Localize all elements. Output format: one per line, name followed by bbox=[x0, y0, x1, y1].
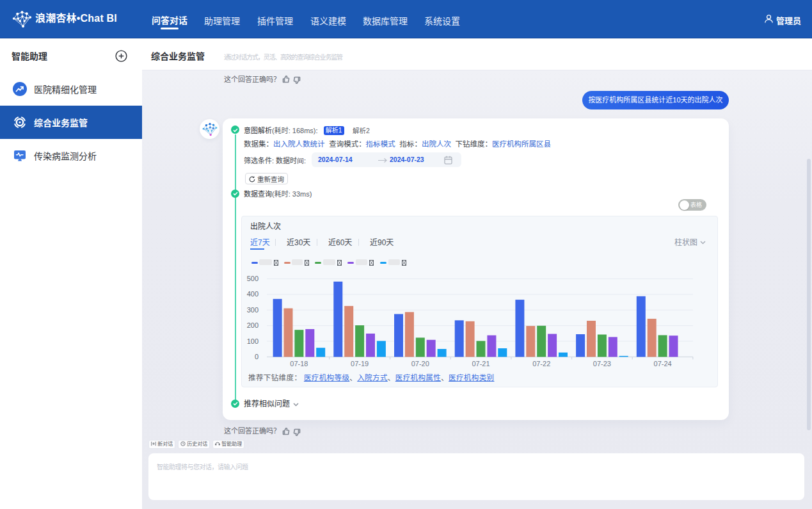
svg-text:07-22: 07-22 bbox=[532, 360, 550, 368]
svg-text:07-23: 07-23 bbox=[593, 360, 611, 368]
svg-text:07-18: 07-18 bbox=[290, 360, 308, 368]
svg-text:200: 200 bbox=[247, 321, 259, 329]
svg-text:100: 100 bbox=[247, 337, 259, 345]
svg-text:07-19: 07-19 bbox=[351, 360, 369, 368]
svg-text:500: 500 bbox=[247, 275, 259, 282]
svg-text:0: 0 bbox=[255, 353, 259, 360]
svg-text:07-21: 07-21 bbox=[472, 360, 490, 368]
svg-text:300: 300 bbox=[247, 306, 259, 314]
svg-text:07-24: 07-24 bbox=[654, 360, 672, 368]
svg-text:400: 400 bbox=[247, 290, 259, 298]
svg-text:07-20: 07-20 bbox=[411, 360, 429, 368]
